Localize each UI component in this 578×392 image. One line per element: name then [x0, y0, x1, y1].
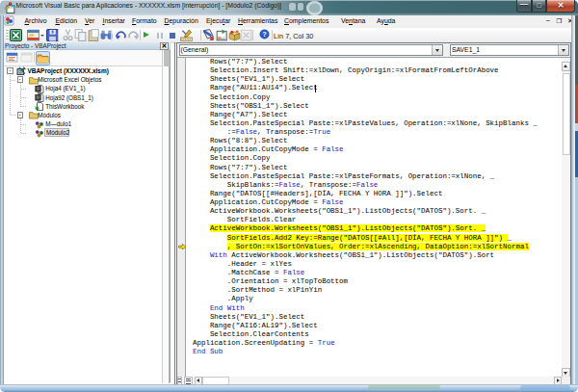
svg-text:?: ?	[262, 30, 267, 39]
